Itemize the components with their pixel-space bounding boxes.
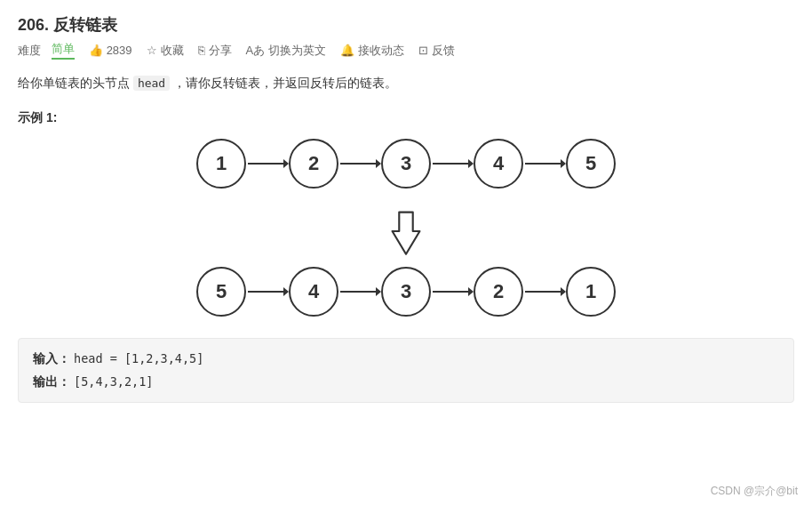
- switch-lang-item[interactable]: Aあ 切换为英文: [246, 43, 327, 59]
- output-value: [5,4,3,2,1]: [74, 371, 153, 394]
- like-item[interactable]: 👍 2839: [89, 44, 132, 57]
- output-label: 输出：: [33, 371, 70, 394]
- example-io-box: 输入： head = [1,2,3,4,5] 输出： [5,4,3,2,1]: [18, 338, 794, 403]
- toolbar: 难度 简单 👍 2839 ☆ 收藏 ⎘ 分享 Aあ 切换为英文 🔔: [18, 41, 794, 60]
- star-icon: ☆: [147, 44, 157, 57]
- node-1-top: 1: [196, 139, 246, 189]
- notify-item[interactable]: 🔔 接收动态: [340, 43, 404, 59]
- difficulty-item: 难度 简单: [18, 41, 75, 60]
- node-1-bottom: 1: [566, 267, 616, 317]
- svg-marker-8: [393, 213, 420, 254]
- down-arrow-svg: [385, 205, 427, 258]
- example-label: 示例 1:: [18, 110, 794, 126]
- bell-icon: 🔔: [340, 44, 354, 57]
- node-2-bottom: 2: [474, 267, 523, 317]
- output-line: 输出： [5,4,3,2,1]: [33, 371, 779, 394]
- node-4-top: 4: [474, 139, 523, 189]
- arrow-1-bottom: [246, 283, 289, 301]
- like-icon: 👍: [89, 44, 103, 57]
- share-icon: ⎘: [198, 44, 205, 57]
- arrow-3-bottom: [431, 283, 474, 301]
- down-arrow-area: [385, 205, 427, 258]
- problem-title: 206. 反转链表: [18, 14, 117, 36]
- arrow-4-top: [523, 155, 566, 173]
- translate-icon: Aあ: [246, 43, 266, 59]
- input-line: 输入： head = [1,2,3,4,5]: [33, 348, 779, 371]
- node-4-bottom: 4: [289, 267, 338, 317]
- share-item[interactable]: ⎘ 分享: [198, 43, 232, 59]
- arrow-2-top: [338, 155, 381, 173]
- node-3-top: 3: [381, 139, 431, 189]
- arrow-1-top: [246, 155, 289, 173]
- watermark: CSDN @宗介@bit: [711, 484, 798, 499]
- node-3-bottom: 3: [381, 267, 431, 317]
- arrow-4-bottom: [523, 283, 566, 301]
- node-5-bottom: 5: [196, 267, 246, 317]
- collect-item[interactable]: ☆ 收藏: [147, 43, 184, 59]
- node-2-top: 2: [289, 139, 338, 189]
- arrow-3-top: [431, 155, 474, 173]
- feedback-icon: ⊡: [418, 44, 428, 57]
- problem-description: 给你单链表的头节点 head ，请你反转链表，并返回反转后的链表。: [18, 72, 794, 94]
- bottom-linked-list: 5 4 3 2: [196, 267, 616, 317]
- arrow-2-bottom: [338, 283, 381, 301]
- feedback-item[interactable]: ⊡ 反馈: [418, 43, 455, 59]
- input-value: head = [1,2,3,4,5]: [74, 348, 203, 371]
- input-label: 输入：: [33, 348, 70, 371]
- code-head: head: [133, 76, 170, 91]
- top-linked-list: 1 2 3 4: [196, 139, 616, 189]
- diagram-area: 1 2 3 4: [18, 139, 794, 324]
- node-5-top: 5: [566, 139, 616, 189]
- difficulty-level[interactable]: 简单: [52, 41, 75, 60]
